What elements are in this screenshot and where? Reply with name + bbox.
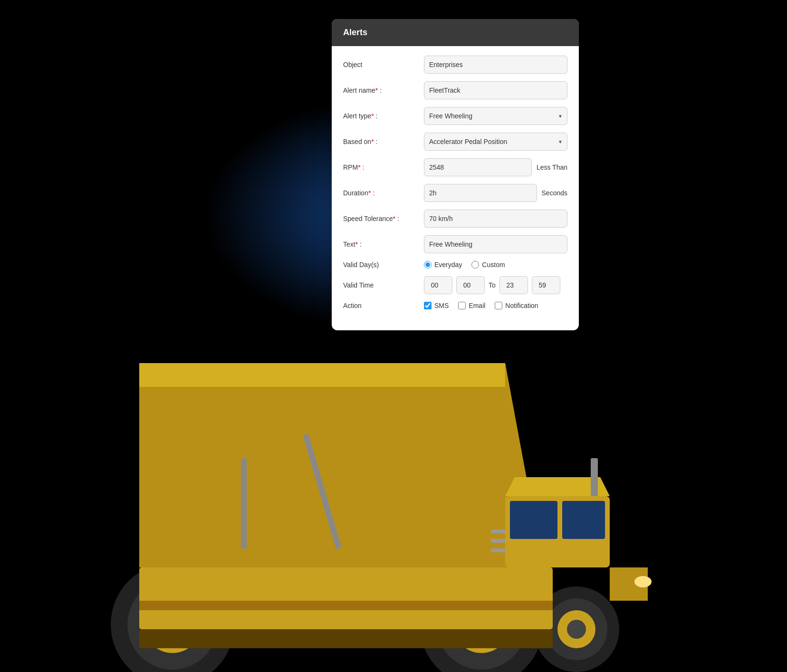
action-row: Action SMS Email Notification	[343, 302, 567, 309]
custom-radio[interactable]	[471, 261, 479, 269]
speed-tolerance-input[interactable]	[424, 210, 567, 228]
everyday-radio[interactable]	[424, 261, 432, 269]
to-min-input[interactable]	[532, 276, 560, 294]
alerts-dialog: Alerts Object Alert name* : Alert type* …	[332, 19, 579, 330]
everyday-radio-item[interactable]: Everyday	[424, 261, 462, 269]
valid-time-label: Valid Time	[343, 281, 424, 289]
svg-point-28	[634, 576, 652, 587]
sms-checkbox-item[interactable]: SMS	[424, 302, 449, 309]
svg-rect-22	[491, 548, 505, 552]
svg-rect-18	[562, 501, 605, 539]
duration-row: Duration* : Seconds	[343, 184, 567, 202]
time-group: To	[424, 276, 567, 294]
from-min-input[interactable]	[456, 276, 485, 294]
email-label: Email	[469, 302, 485, 309]
alert-type-row: Alert type* : Free Wheeling Speed Idle G…	[343, 107, 567, 125]
notification-checkbox[interactable]	[495, 302, 502, 309]
time-to-label: To	[489, 281, 496, 289]
rpm-label: RPM* :	[343, 163, 424, 171]
rpm-suffix: Less Than	[537, 163, 567, 171]
valid-days-label: Valid Day(s)	[343, 261, 424, 269]
to-hour-input[interactable]	[499, 276, 528, 294]
based-on-select[interactable]: Accelerator Pedal Position Speed RPM	[424, 133, 567, 151]
object-label: Object	[343, 61, 424, 68]
sms-checkbox[interactable]	[424, 302, 432, 309]
alert-name-row: Alert name* :	[343, 81, 567, 99]
svg-point-12	[567, 620, 586, 639]
svg-rect-21	[491, 539, 505, 543]
custom-label: Custom	[482, 261, 505, 269]
svg-rect-17	[510, 501, 557, 539]
duration-input[interactable]	[424, 184, 537, 202]
valid-days-radio-group: Everyday Custom	[424, 261, 505, 269]
duration-label: Duration* :	[343, 189, 424, 197]
speed-tolerance-row: Speed Tolerance* :	[343, 210, 567, 228]
text-row: Text* :	[343, 235, 567, 253]
based-on-row: Based on* : Accelerator Pedal Position S…	[343, 133, 567, 151]
duration-suffix: Seconds	[542, 189, 567, 197]
rpm-input[interactable]	[424, 158, 532, 176]
based-on-label: Based on* :	[343, 138, 424, 145]
svg-rect-25	[139, 601, 553, 610]
email-checkbox-item[interactable]: Email	[458, 302, 485, 309]
dialog-title: Alerts	[343, 28, 567, 38]
notification-checkbox-item[interactable]: Notification	[495, 302, 538, 309]
notification-label: Notification	[505, 302, 538, 309]
svg-marker-15	[139, 363, 505, 387]
svg-rect-29	[139, 629, 553, 648]
rpm-inline: Less Than	[424, 158, 567, 176]
dialog-header: Alerts	[332, 19, 579, 46]
svg-rect-23	[591, 458, 598, 496]
speed-tolerance-label: Speed Tolerance* :	[343, 215, 424, 222]
custom-radio-item[interactable]: Custom	[471, 261, 505, 269]
alert-type-label: Alert type* :	[343, 112, 424, 120]
action-label: Action	[343, 302, 424, 309]
text-input[interactable]	[424, 235, 567, 253]
svg-rect-13	[139, 567, 553, 629]
duration-inline: Seconds	[424, 184, 567, 202]
everyday-label: Everyday	[434, 261, 462, 269]
svg-marker-14	[139, 363, 543, 567]
based-on-select-wrapper: Accelerator Pedal Position Speed RPM	[424, 133, 567, 151]
svg-rect-20	[491, 529, 505, 533]
object-input[interactable]	[424, 56, 567, 74]
alert-name-input[interactable]	[424, 81, 567, 99]
valid-days-row: Valid Day(s) Everyday Custom	[343, 261, 567, 269]
action-group: SMS Email Notification	[424, 302, 567, 309]
email-checkbox[interactable]	[458, 302, 466, 309]
sms-label: SMS	[434, 302, 449, 309]
alert-type-select-wrapper: Free Wheeling Speed Idle Geofence	[424, 107, 567, 125]
valid-time-row: Valid Time To	[343, 276, 567, 294]
alert-name-label: Alert name* :	[343, 86, 424, 94]
text-label: Text* :	[343, 240, 424, 248]
dialog-body: Object Alert name* : Alert type* : Free …	[332, 46, 579, 330]
from-hour-input[interactable]	[424, 276, 452, 294]
rpm-row: RPM* : Less Than	[343, 158, 567, 176]
object-row: Object	[343, 56, 567, 74]
alert-type-select[interactable]: Free Wheeling Speed Idle Geofence	[424, 107, 567, 125]
